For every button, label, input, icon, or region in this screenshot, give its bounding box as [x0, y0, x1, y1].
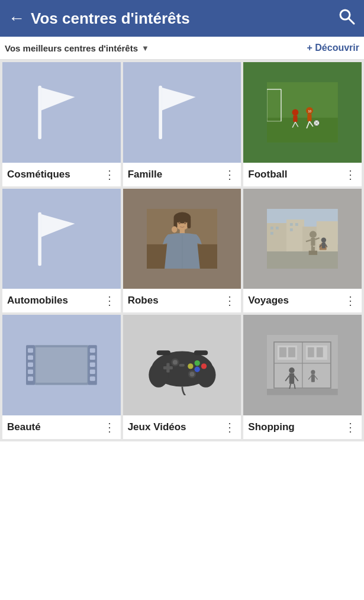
automobiles-image	[2, 189, 121, 289]
svg-rect-107	[288, 347, 295, 357]
svg-rect-69	[90, 356, 95, 360]
list-item: Jeux Vidéos ⋮	[123, 315, 241, 439]
svg-rect-4	[159, 86, 162, 140]
cosmetiques-menu-button[interactable]: ⋮	[104, 167, 116, 182]
discover-button[interactable]: + Découvrir	[307, 43, 359, 53]
filter-label: Vos meilleurs centres d'intérêts	[5, 43, 138, 53]
svg-point-79	[194, 360, 199, 366]
svg-rect-17	[294, 115, 298, 122]
cosmetiques-image	[2, 62, 121, 163]
svg-rect-51	[311, 246, 313, 251]
beaute-image	[2, 315, 121, 415]
flag-icon	[26, 209, 97, 269]
back-button[interactable]: ←	[8, 9, 25, 28]
shopping-scene	[267, 335, 338, 395]
svg-rect-43	[270, 232, 273, 235]
subheader: Vos meilleurs centres d'intérêts ▼ + Déc…	[0, 37, 364, 60]
shopping-menu-button[interactable]: ⋮	[344, 420, 357, 434]
svg-line-1	[349, 18, 354, 24]
famille-image	[123, 62, 241, 163]
flag-icon	[26, 82, 97, 143]
svg-point-47	[310, 231, 317, 238]
svg-rect-57	[322, 243, 326, 249]
svg-rect-67	[28, 377, 33, 381]
svg-rect-109	[308, 347, 314, 357]
voyages-image	[243, 189, 362, 289]
svg-point-101	[311, 370, 315, 375]
svg-point-32	[172, 226, 178, 233]
list-item: Famille ⋮	[123, 62, 241, 186]
svg-point-34	[183, 222, 186, 224]
svg-rect-23	[38, 212, 41, 266]
svg-rect-41	[270, 227, 273, 230]
svg-rect-110	[317, 347, 323, 357]
svg-point-56	[321, 237, 326, 242]
svg-rect-78	[166, 363, 169, 373]
jeux-footer: Jeux Vidéos ⋮	[123, 415, 241, 439]
flag-icon	[147, 82, 218, 143]
svg-point-95	[289, 367, 295, 373]
voyages-label: Voyages	[248, 295, 289, 307]
svg-rect-45	[295, 223, 298, 226]
svg-rect-89	[194, 351, 207, 356]
svg-point-80	[201, 364, 206, 369]
voyages-menu-button[interactable]: ⋮	[344, 293, 357, 308]
beaute-menu-button[interactable]: ⋮	[104, 420, 116, 434]
jeux-menu-button[interactable]: ⋮	[224, 420, 236, 434]
automobiles-footer: Automobiles ⋮	[2, 289, 121, 312]
famille-menu-button[interactable]: ⋮	[224, 167, 236, 182]
list-item: 10 Football ⋮	[243, 62, 362, 186]
svg-rect-102	[311, 375, 315, 382]
svg-rect-111	[267, 389, 338, 395]
svg-point-81	[194, 367, 199, 372]
shopping-footer: Shopping ⋮	[243, 415, 362, 439]
voyages-scene	[267, 209, 338, 269]
list-item: Shopping ⋮	[243, 315, 362, 439]
gamepad-icon	[147, 335, 218, 395]
beaute-label: Beauté	[7, 421, 41, 433]
search-button[interactable]	[338, 8, 356, 30]
list-item: Cosmétiques ⋮	[2, 62, 121, 186]
famille-label: Famille	[128, 169, 163, 180]
shopping-label: Shopping	[248, 421, 294, 433]
svg-rect-12	[308, 114, 312, 121]
football-scene: 10	[267, 82, 338, 143]
jeux-label: Jeux Vidéos	[128, 421, 186, 433]
jeux-image	[123, 315, 241, 415]
svg-rect-96	[289, 373, 294, 384]
filter-dropdown[interactable]: Vos meilleurs centres d'intérêts ▼	[5, 43, 149, 53]
svg-rect-73	[36, 347, 87, 383]
shopping-image	[243, 315, 362, 415]
automobiles-menu-button[interactable]: ⋮	[104, 293, 116, 308]
search-icon	[338, 8, 356, 25]
dropdown-icon: ▼	[141, 44, 149, 53]
svg-rect-30	[187, 218, 191, 228]
beaute-footer: Beauté ⋮	[2, 415, 121, 439]
svg-point-82	[188, 364, 193, 369]
list-item: Automobiles ⋮	[2, 189, 121, 313]
app-header: ← Vos centres d'intérêts	[0, 0, 364, 37]
svg-marker-3	[41, 88, 75, 110]
svg-rect-46	[290, 228, 293, 231]
svg-rect-48	[311, 238, 315, 246]
svg-point-33	[178, 222, 181, 224]
list-item: Voyages ⋮	[243, 189, 362, 313]
filmstrip-icon	[26, 335, 97, 395]
svg-point-86	[189, 372, 194, 377]
svg-rect-64	[28, 356, 33, 360]
svg-point-16	[292, 109, 299, 115]
svg-rect-87	[179, 364, 184, 367]
svg-rect-65	[28, 363, 33, 367]
football-footer: Football ⋮	[243, 163, 362, 186]
svg-marker-5	[162, 88, 196, 110]
robes-label: Robes	[128, 295, 159, 307]
page-title: Vos centres d'intérêts	[31, 9, 190, 28]
svg-rect-53	[309, 250, 317, 254]
football-image: 10	[243, 62, 362, 163]
robes-scene	[147, 209, 218, 269]
svg-rect-2	[38, 86, 41, 140]
robes-menu-button[interactable]: ⋮	[224, 293, 236, 308]
automobiles-label: Automobiles	[7, 295, 68, 307]
svg-rect-72	[90, 377, 95, 381]
football-menu-button[interactable]: ⋮	[344, 167, 357, 182]
